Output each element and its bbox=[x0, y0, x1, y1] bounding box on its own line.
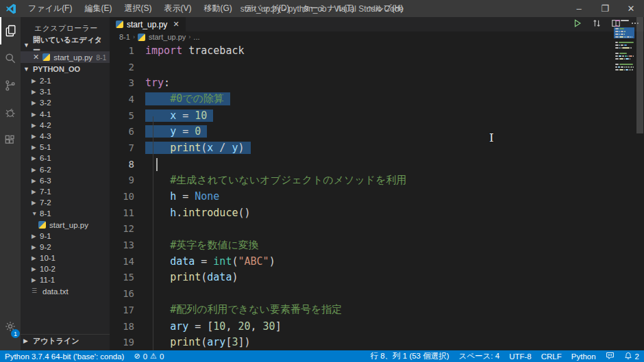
tree-item-7-1[interactable]: ▶7-1 bbox=[21, 186, 110, 197]
tree-item-11-1[interactable]: ▶11-1 bbox=[21, 274, 110, 285]
menu-item-5[interactable]: 移動(G) bbox=[197, 0, 238, 17]
tree-item-3-2[interactable]: ▶3-2 bbox=[21, 97, 110, 108]
tree-item-5-1[interactable]: ▶5-1 bbox=[21, 142, 110, 153]
warnings-icon: ⚠ bbox=[150, 352, 157, 361]
menu-item-2[interactable]: 編集(E) bbox=[78, 0, 118, 17]
tree-item-label: 3-2 bbox=[40, 99, 51, 107]
tree-item-start_up.py[interactable]: start_up.py bbox=[21, 219, 110, 230]
code-line[interactable]: 19 print(ary[3]) bbox=[110, 334, 644, 350]
minimap[interactable] bbox=[614, 19, 634, 71]
tree-item-4-3[interactable]: ▶4-3 bbox=[21, 131, 110, 142]
tree-item-9-2[interactable]: ▶9-2 bbox=[21, 242, 110, 253]
code-line[interactable]: 8 bbox=[110, 156, 644, 172]
minimap-segment bbox=[615, 58, 619, 60]
token: data bbox=[170, 255, 195, 268]
code-line[interactable]: 9 #生成されていないオブジェクトのメソッドを利用 bbox=[110, 172, 644, 189]
tab-start-up-py[interactable]: start_up.py ✕ bbox=[110, 17, 186, 31]
menu-item-1[interactable]: ファイル(F) bbox=[22, 0, 78, 17]
line-number: 18 bbox=[110, 321, 145, 332]
code-editor[interactable]: 1import traceback23try:4 #0での除算5 x = 106… bbox=[110, 42, 644, 350]
tree-item-6-2[interactable]: ▶6-2 bbox=[21, 164, 110, 175]
tree-item-data.txt[interactable]: ☰data.txt bbox=[21, 286, 110, 297]
tree-item-9-1[interactable]: ▶9-1 bbox=[21, 231, 110, 242]
breadcrumb-item[interactable]: ... bbox=[193, 33, 199, 41]
indent-guide bbox=[153, 116, 153, 350]
restore-icon[interactable]: ❐ bbox=[592, 0, 618, 17]
open-editors-section[interactable]: ▼ 開いているエディター bbox=[21, 39, 110, 51]
indentation-status[interactable]: スペース: 4 bbox=[454, 351, 505, 361]
minimap-line bbox=[614, 68, 634, 71]
breadcrumb-item[interactable]: 8-1 bbox=[119, 33, 130, 41]
code-line[interactable]: 12 bbox=[110, 221, 644, 237]
code-line[interactable]: 13 #英字を数値に変換 bbox=[110, 237, 644, 253]
open-editor-item[interactable]: ✕start_up.py8-1 bbox=[21, 51, 110, 63]
title-bar: ファイル(F)編集(E)選択(S)表示(V)移動(G)デバッグ(D)ターミナル(… bbox=[0, 0, 644, 17]
tree-item-4-2[interactable]: ▶4-2 bbox=[21, 120, 110, 131]
errors-icon: ⊘ bbox=[134, 352, 140, 361]
code-line[interactable]: 1import traceback bbox=[110, 42, 644, 59]
eol-status[interactable]: CRLF bbox=[536, 352, 567, 361]
menu-item-4[interactable]: 表示(V) bbox=[158, 0, 197, 17]
code-line[interactable]: 6 y = 0 bbox=[110, 123, 644, 140]
token: h bbox=[170, 190, 176, 203]
close-icon[interactable]: ✕ bbox=[33, 53, 39, 62]
extensions-icon[interactable] bbox=[0, 127, 21, 154]
tree-item-8-1[interactable]: ▼8-1 bbox=[21, 208, 110, 219]
files-icon[interactable] bbox=[0, 17, 21, 44]
breadcrumb-separator-icon: › bbox=[133, 34, 135, 40]
tree-item-4-1[interactable]: ▶4-1 bbox=[21, 109, 110, 120]
minimap-segment bbox=[624, 44, 628, 46]
tree-item-2-1[interactable]: ▶2-1 bbox=[21, 75, 110, 86]
run-icon[interactable] bbox=[573, 18, 582, 31]
close-icon[interactable]: ✕ bbox=[618, 0, 644, 17]
code-line[interactable]: 18 ary = [10, 20, 30] bbox=[110, 318, 644, 335]
code-line[interactable]: 2 bbox=[110, 59, 644, 75]
code-content: x = 10 bbox=[145, 109, 213, 122]
code-line[interactable]: 16 bbox=[110, 285, 644, 302]
code-line[interactable]: 7 print(x / y) bbox=[110, 140, 644, 156]
breadcrumb-item[interactable]: start_up.py bbox=[149, 33, 186, 41]
code-line[interactable]: 4 #0での除算 bbox=[110, 91, 644, 107]
token: import bbox=[145, 44, 182, 57]
scrollbar-thumb[interactable] bbox=[636, 17, 643, 133]
debug-icon[interactable] bbox=[0, 99, 21, 127]
language-mode-status[interactable]: Python bbox=[567, 352, 601, 361]
line-number: 15 bbox=[110, 272, 145, 283]
token: print bbox=[170, 142, 201, 154]
code-line[interactable]: 3try: bbox=[110, 75, 644, 91]
tree-item-10-2[interactable]: ▶10-2 bbox=[21, 263, 110, 274]
code-line[interactable]: 10 h = None bbox=[110, 188, 644, 205]
open-changes-icon[interactable] bbox=[592, 18, 602, 31]
minimap-segment bbox=[633, 55, 634, 57]
minimize-icon[interactable]: – bbox=[566, 0, 592, 17]
code-line[interactable]: 15 print(data) bbox=[110, 270, 644, 286]
feedback-button[interactable] bbox=[601, 351, 619, 361]
line-number: 8 bbox=[110, 159, 145, 170]
tree-item-6-3[interactable]: ▶6-3 bbox=[21, 175, 110, 186]
editor-scrollbar[interactable] bbox=[636, 17, 644, 325]
code-line[interactable]: 14 data = int("ABC") bbox=[110, 253, 644, 270]
code-line[interactable]: 17 #配列の利用できない要素番号を指定 bbox=[110, 302, 644, 318]
token bbox=[145, 255, 170, 268]
search-icon[interactable] bbox=[0, 44, 21, 72]
tree-item-7-2[interactable]: ▶7-2 bbox=[21, 197, 110, 208]
tree-item-10-1[interactable]: ▶10-1 bbox=[21, 253, 110, 263]
close-tab-icon[interactable]: ✕ bbox=[173, 20, 179, 29]
tree-item-3-1[interactable]: ▶3-1 bbox=[21, 86, 110, 97]
outline-section[interactable]: ▶ アウトライン bbox=[21, 334, 110, 347]
code-line[interactable]: 5 x = 10 bbox=[110, 107, 644, 124]
window-title: start_up.py - python_oo - Visual Studio … bbox=[240, 4, 404, 14]
token: ( bbox=[201, 142, 207, 154]
line-number: 19 bbox=[110, 337, 145, 348]
notifications-bell[interactable]: 2 bbox=[619, 352, 644, 361]
menu-item-3[interactable]: 選択(S) bbox=[118, 0, 158, 17]
source-control-icon[interactable] bbox=[0, 72, 21, 99]
encoding-status[interactable]: UTF-8 bbox=[504, 352, 536, 361]
folder-section-header[interactable]: ▼ PYTHON_OO bbox=[21, 63, 110, 75]
tree-item-6-1[interactable]: ▶6-1 bbox=[21, 153, 110, 164]
python-interpreter-status[interactable]: Python 3.7.4 64-bit ('base': conda) bbox=[0, 352, 129, 361]
problems-status[interactable]: ⊘0⚠0 bbox=[129, 352, 169, 361]
cursor-position-status[interactable]: 行 8、列 1 (53 個選択) bbox=[366, 351, 454, 361]
settings-gear-icon[interactable]: 1 bbox=[0, 315, 21, 338]
code-line[interactable]: 11 h.introduce() bbox=[110, 205, 644, 221]
